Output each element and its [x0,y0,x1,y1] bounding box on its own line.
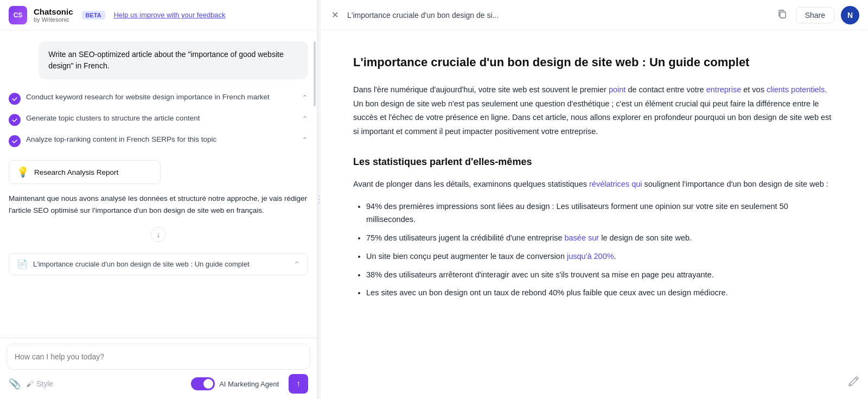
step-text-2: Generate topic clusters to structure the… [26,113,296,124]
doc-h2-stats: Les statistiques parlent d'elles-mêmes [353,154,835,170]
input-toolbar: 📎 🖌 Style AI Marketing Agent ↑ [7,370,310,394]
edit-tools [847,376,859,390]
input-area: 📎 🖌 Style AI Marketing Agent ↑ [0,338,317,399]
bulb-icon: 💡 [17,166,29,178]
send-icon: ↑ [296,379,301,389]
document-content: L'importance cruciale d'un bon design de… [321,30,868,399]
ai-response-text: Maintenant que nous avons analysé les do… [9,193,308,216]
edit-tools-button[interactable] [847,376,859,390]
toggle-label: AI Marketing Agent [219,380,279,388]
doc-bullets-list: 94% des premières impressions sont liées… [353,200,835,300]
document-icon: 📄 [17,259,28,269]
chat-input[interactable] [15,352,302,361]
user-message: Write an SEO-optimized article about the… [39,41,308,79]
scroll-indicator [314,30,316,369]
ai-agent-toggle[interactable] [191,377,215,390]
scroll-down-button[interactable]: ↓ [151,227,166,242]
step-chevron-3[interactable]: ⌃ [302,136,308,144]
beta-badge: BETA [82,11,105,20]
step-check-icon-2 [9,114,21,126]
brand-sub: by Writesonic [34,16,73,23]
step-check-icon-1 [9,93,21,105]
style-button[interactable]: 🖌 Style [26,379,53,388]
brand-info: Chatsonic by Writesonic [34,7,73,23]
left-panel: CS Chatsonic by Writesonic BETA Help us … [0,0,317,399]
scroll-thumb [314,41,316,106]
style-label: Style [36,379,53,388]
doc-stats-intro: Avant de plonger dans les détails, exami… [353,178,835,191]
step-check-icon-3 [9,135,21,147]
steps-list: Conduct keyword research for website des… [9,88,308,151]
scroll-down-container: ↓ [9,227,308,242]
step-item-3: Analyze top-ranking content in French SE… [9,130,308,151]
doc-bullet-3: Un site bien conçu peut augmenter le tau… [366,250,835,263]
app-logo: CS [9,6,27,24]
step-chevron-2[interactable]: ⌃ [302,115,308,123]
app-header: CS Chatsonic by Writesonic BETA Help us … [0,0,317,30]
step-item-1: Conduct keyword research for website des… [9,88,308,109]
close-button[interactable]: ✕ [329,8,341,22]
doc-intro: Dans l'ère numérique d'aujourd'hui, votr… [353,83,835,138]
report-card-label: Research Analysis Report [34,168,118,176]
brush-icon: 🖌 [26,379,34,388]
report-card[interactable]: 💡 Research Analysis Report [9,160,161,184]
input-box [7,344,310,370]
toggle-group: AI Marketing Agent [191,377,279,390]
doc-preview-title: L'importance cruciale d'un bon design de… [33,260,288,268]
right-panel: ✕ L'importance cruciale d'un bon design … [321,0,868,399]
doc-bullet-1: 94% des premières impressions sont liées… [366,200,835,226]
document-tab-title: L'importance cruciale d'un bon design de… [347,11,769,20]
doc-preview-chevron[interactable]: ⌃ [293,260,300,269]
step-item-2: Generate topic clusters to structure the… [9,109,308,130]
user-avatar: N [841,6,859,24]
doc-bullet-5: Les sites avec un bon design ont un taux… [366,287,835,300]
doc-bullet-4: 38% des utilisateurs arrêteront d'intera… [366,269,835,282]
document-preview[interactable]: 📄 L'importance cruciale d'un bon design … [9,253,308,275]
feedback-link[interactable]: Help us improve with your feedback [114,11,226,19]
brand-name: Chatsonic [34,7,73,16]
send-button[interactable]: ↑ [289,374,308,394]
doc-title: L'importance cruciale d'un bon design de… [353,52,835,72]
resize-dots [318,195,320,204]
attach-button[interactable]: 📎 [9,378,21,390]
chat-area: Write an SEO-optimized article about the… [0,30,317,338]
copy-icon [777,9,787,19]
share-button[interactable]: Share [796,7,834,23]
step-text-1: Conduct keyword research for website des… [26,92,296,103]
svg-rect-0 [780,12,786,18]
document-header: ✕ L'importance cruciale d'un bon design … [321,0,868,30]
copy-button[interactable] [775,7,789,23]
step-text-3: Analyze top-ranking content in French SE… [26,135,296,145]
doc-bullet-2: 75% des utilisateurs jugent la crédibili… [366,232,835,245]
step-chevron-1[interactable]: ⌃ [302,93,308,102]
